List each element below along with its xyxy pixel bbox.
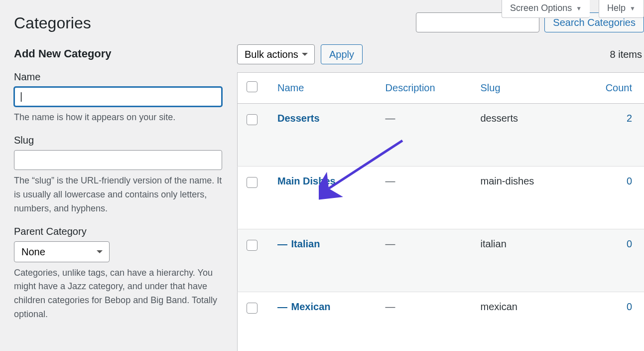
name-label: Name	[14, 71, 222, 83]
chevron-down-icon: ▼	[630, 5, 636, 12]
row-slug: mexican	[475, 292, 576, 351]
row-description: —	[380, 167, 475, 229]
column-header-slug[interactable]: Slug	[475, 73, 576, 104]
parent-category-description: Categories, unlike tags, can have a hier…	[14, 266, 222, 322]
table-row: — Mexican — mexican 0	[238, 292, 644, 351]
table-row: Desserts — desserts 2	[238, 104, 644, 167]
category-link-desserts[interactable]: Desserts	[277, 113, 320, 124]
row-checkbox[interactable]	[247, 240, 258, 251]
category-link-mexican[interactable]: Mexican	[291, 301, 331, 312]
row-count-link[interactable]: 0	[627, 301, 632, 312]
row-description: —	[380, 104, 475, 167]
items-count: 8 items	[610, 49, 644, 60]
apply-button[interactable]: Apply	[321, 44, 363, 64]
help-tab[interactable]: Help ▼	[599, 0, 644, 18]
parent-category-label: Parent Category	[14, 226, 222, 237]
row-count-link[interactable]: 0	[627, 238, 632, 249]
indent-dash: —	[277, 301, 290, 312]
add-new-heading: Add New Category	[14, 47, 222, 60]
row-description: —	[380, 229, 475, 292]
column-header-count[interactable]: Count	[575, 73, 644, 104]
row-checkbox[interactable]	[247, 177, 258, 188]
table-row: Main Dishes — main-dishes 0	[238, 167, 644, 229]
slug-label: Slug	[14, 135, 222, 146]
category-link-italian[interactable]: Italian	[291, 238, 320, 249]
name-input[interactable]	[14, 87, 222, 107]
slug-input[interactable]	[14, 150, 222, 170]
row-count-link[interactable]: 0	[627, 176, 632, 186]
slug-description: The “slug” is the URL-friendly version o…	[14, 174, 222, 216]
column-header-name[interactable]: Name	[271, 73, 380, 104]
help-label: Help	[607, 3, 626, 13]
row-description: —	[380, 292, 475, 351]
screen-options-tab[interactable]: Screen Options ▼	[502, 0, 590, 18]
column-header-description[interactable]: Description	[380, 73, 475, 104]
screen-options-label: Screen Options	[510, 3, 572, 13]
select-all-checkbox[interactable]	[247, 81, 258, 92]
bulk-actions-select[interactable]: Bulk actions	[237, 44, 315, 64]
category-link-main-dishes[interactable]: Main Dishes	[277, 176, 336, 186]
row-slug: desserts	[475, 104, 576, 167]
table-row: — Italian — italian 0	[238, 229, 644, 292]
text-cursor-icon: |	[20, 91, 22, 102]
name-description: The name is how it appears on your site.	[14, 111, 222, 125]
row-slug: italian	[475, 229, 576, 292]
row-checkbox[interactable]	[247, 303, 258, 314]
categories-table: Name Description Slug Count Desserts — d…	[237, 72, 644, 351]
indent-dash: —	[277, 238, 290, 249]
row-count-link[interactable]: 2	[627, 113, 632, 124]
chevron-down-icon: ▼	[576, 5, 582, 12]
row-slug: main-dishes	[475, 167, 576, 229]
parent-category-select[interactable]: None	[14, 241, 110, 262]
row-checkbox[interactable]	[247, 114, 258, 125]
